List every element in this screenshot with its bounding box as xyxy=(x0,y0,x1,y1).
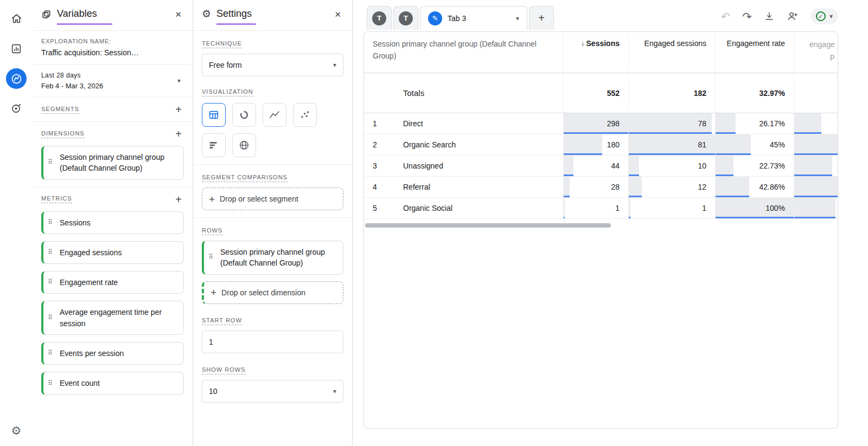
share-button[interactable] xyxy=(787,10,799,22)
redo-button[interactable]: ↷ xyxy=(742,11,752,22)
heatmap-bar xyxy=(564,198,565,218)
chevron-down-icon: ▾ xyxy=(333,387,336,395)
date-range-dates: Feb 4 - Mar 3, 2026 xyxy=(41,82,103,90)
row-index: 4 xyxy=(373,183,403,191)
column-header-sessions[interactable]: ↓ Sessions xyxy=(564,32,629,73)
metric-chip[interactable]: ⠿ Engaged sessions xyxy=(41,241,184,264)
segment-dropzone[interactable]: + Drop or select segment xyxy=(202,188,343,210)
viz-scatter-option[interactable] xyxy=(293,103,317,127)
visualization-label: VISUALIZATION xyxy=(202,88,253,96)
analytics-explorations-app: ⚙ Variables ✕ EXPLORATION NAME: Traffic … xyxy=(0,0,868,446)
exploration-canvas: T T ✎ Tab 3 ▾ + ↶ ↷ xyxy=(353,0,868,446)
metric-chip[interactable]: ⠿ Event count xyxy=(41,372,184,395)
drag-handle-icon[interactable]: ⠿ xyxy=(48,278,53,287)
heatmap-bar xyxy=(629,177,642,197)
home-icon xyxy=(10,12,23,25)
segment-comparisons-label: SEGMENT COMPARISONS xyxy=(202,174,288,182)
reports-icon xyxy=(10,43,22,55)
exploration-name-label: EXPLORATION NAME: xyxy=(41,38,184,44)
cell-engaged: 1 xyxy=(629,198,716,218)
viz-geo-option[interactable] xyxy=(232,133,256,157)
segments-section: SEGMENTS + xyxy=(33,98,193,122)
tab-1[interactable]: T xyxy=(367,6,392,30)
settings-gear-icon: ⚙ xyxy=(11,424,22,437)
heatmap-bar xyxy=(716,113,736,134)
heatmap-bar xyxy=(629,156,639,176)
metric-chip[interactable]: ⠿ Events per session xyxy=(41,342,184,365)
dimension-dropzone[interactable]: + Drop or select dimension xyxy=(202,281,343,304)
row-dimension-value: Direct xyxy=(403,119,423,128)
column-header-engagement-rate[interactable]: Engagement rate xyxy=(716,32,794,73)
column-header-dimension[interactable]: Session primary channel group (Default C… xyxy=(364,32,564,73)
dimension-chip-label: Session primary channel group (Default C… xyxy=(60,153,164,172)
add-metric-button[interactable]: + xyxy=(173,195,184,204)
drag-handle-icon[interactable]: ⠿ xyxy=(48,218,53,227)
undo-icon: ↶ xyxy=(721,11,731,22)
date-range-selector[interactable]: Last 28 days Feb 4 - Mar 3, 2026 ▾ xyxy=(41,72,184,90)
add-dimension-button[interactable]: + xyxy=(173,129,184,139)
variables-close-button[interactable]: ✕ xyxy=(173,9,184,21)
nav-advertising[interactable] xyxy=(5,98,27,119)
applied-steps-button[interactable]: ✓ ▾ xyxy=(810,8,838,24)
start-row-label: START ROW xyxy=(202,317,242,325)
drag-handle-icon[interactable]: ⠿ xyxy=(48,158,53,167)
tab-3-active[interactable]: ✎ Tab 3 ▾ xyxy=(420,6,527,30)
cell-extra xyxy=(794,134,838,155)
metric-chip[interactable]: ⠿ Average engagement time per session xyxy=(41,301,184,335)
add-tab-button[interactable]: + xyxy=(529,6,554,30)
totals-engaged: 182 xyxy=(629,73,716,113)
heatmap-bar xyxy=(794,198,835,218)
date-range-text: Last 28 days Feb 4 - Mar 3, 2026 xyxy=(41,72,103,90)
plus-icon: + xyxy=(175,128,182,140)
add-segment-button[interactable]: + xyxy=(173,105,184,114)
viz-line-option[interactable] xyxy=(263,103,286,127)
nav-admin[interactable]: ⚙ xyxy=(11,424,22,437)
technique-label: TECHNIQUE xyxy=(202,40,242,48)
geo-map-icon xyxy=(238,139,250,151)
heatmap-bar xyxy=(564,177,570,197)
left-nav-rail: ⚙ xyxy=(0,0,33,446)
show-rows-select[interactable]: 10 ▾ xyxy=(202,380,343,403)
horizontal-scrollbar[interactable] xyxy=(365,223,611,228)
viz-donut-option[interactable] xyxy=(232,103,256,127)
drag-handle-icon[interactable]: ⠿ xyxy=(48,313,53,322)
close-icon: ✕ xyxy=(334,10,341,19)
variables-stack-icon xyxy=(41,9,52,22)
viz-bar-option[interactable] xyxy=(202,133,226,157)
totals-label: Totals xyxy=(364,88,424,98)
heatmap-bar xyxy=(794,156,832,176)
nav-reports[interactable] xyxy=(5,38,27,60)
metric-chip-label: Engaged sessions xyxy=(60,248,122,257)
nav-home[interactable] xyxy=(5,8,27,29)
totals-sessions: 552 xyxy=(564,73,629,113)
segment-comparisons-block: SEGMENT COMPARISONS + Drop or select seg… xyxy=(193,165,352,218)
drag-handle-icon[interactable]: ⠿ xyxy=(208,253,213,262)
tab-2[interactable]: T xyxy=(393,6,418,30)
start-row-input[interactable] xyxy=(202,331,343,353)
viz-table-option[interactable] xyxy=(202,103,226,127)
show-rows-value: 10 xyxy=(209,387,218,396)
undo-button[interactable]: ↶ xyxy=(721,11,731,22)
drag-handle-icon[interactable]: ⠿ xyxy=(48,248,53,257)
heatmap-bar xyxy=(716,156,733,176)
drag-handle-icon[interactable]: ⠿ xyxy=(48,349,53,358)
settings-close-button[interactable]: ✕ xyxy=(332,9,343,21)
metric-chip[interactable]: ⠿ Sessions xyxy=(41,211,184,234)
row-index: 2 xyxy=(373,140,403,149)
row-dimension-value: Unassigned xyxy=(403,161,443,170)
dimension-chip[interactable]: ⠿ Session primary channel group (Default… xyxy=(41,146,184,180)
column-header-engaged-sessions[interactable]: Engaged sessions xyxy=(629,32,716,73)
download-button[interactable] xyxy=(764,11,775,22)
drag-handle-icon[interactable]: ⠿ xyxy=(48,379,53,388)
rows-dimension-chip[interactable]: ⠿ Session primary channel group (Default… xyxy=(202,241,343,275)
horizontal-scroll-track xyxy=(364,219,838,228)
dimensions-label: DIMENSIONS xyxy=(41,130,85,138)
plus-icon: + xyxy=(210,287,216,298)
plus-icon: + xyxy=(175,193,182,205)
nav-explore[interactable] xyxy=(6,68,27,89)
metric-chip[interactable]: ⠿ Engagement rate xyxy=(41,271,184,294)
column-header-partial[interactable]: engage p xyxy=(794,32,838,73)
table-card-empty-area xyxy=(364,228,838,428)
exploration-name-value[interactable]: Traffic acquisition: Session… xyxy=(41,48,184,57)
technique-select[interactable]: Free form ▾ xyxy=(202,54,343,76)
